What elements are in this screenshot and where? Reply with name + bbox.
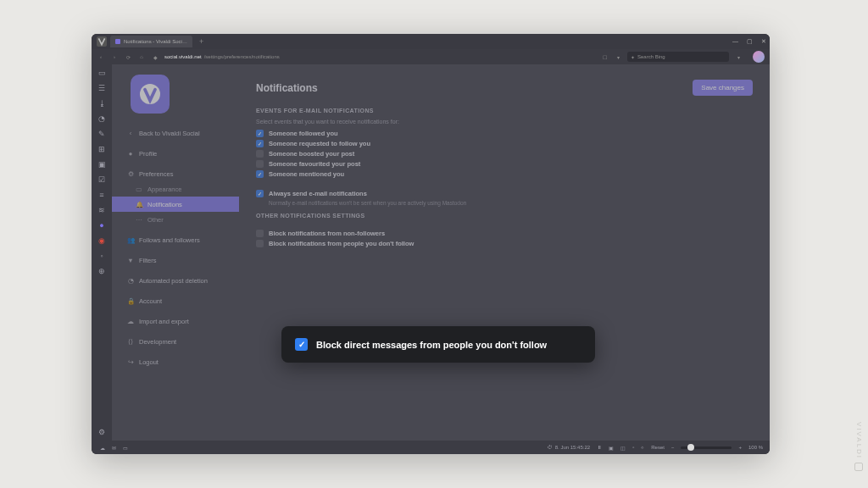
profile-avatar[interactable] <box>753 51 765 63</box>
tab-title: Notifications - Vivaldi Soci… <box>124 39 187 44</box>
checkbox-row-block-nonfollowers[interactable]: Block notifications from non-followers <box>256 230 753 237</box>
checkbox-row-followed[interactable]: Someone followed you <box>256 130 753 137</box>
search-dropdown-icon[interactable]: ▾ <box>734 54 743 60</box>
sidebar-item-label: Automated post deletion <box>139 277 208 285</box>
sidebar-item-preferences[interactable]: ⚙Preferences <box>112 166 239 181</box>
mail-status-icon[interactable]: ✉ <box>112 445 116 451</box>
bell-icon: 🔔 <box>136 201 142 208</box>
sidebar-item-label: Filters <box>139 257 156 264</box>
url-field[interactable]: social.vivaldi.net/settings/preferences/… <box>164 54 280 59</box>
mail-panel-icon[interactable]: ≋ <box>97 205 107 215</box>
chevron-left-icon: ‹ <box>127 130 134 137</box>
maximize-button[interactable]: ▢ <box>747 38 753 45</box>
watermark-logo-icon <box>854 463 863 471</box>
notes-panel-icon[interactable]: ✎ <box>97 129 107 139</box>
tasks-panel-icon[interactable]: ☑ <box>97 175 107 185</box>
break-mode-icon[interactable]: ⏸ <box>597 445 602 450</box>
browser-tab[interactable]: Notifications - Vivaldi Soci… <box>110 36 192 47</box>
sidebar-item-logout[interactable]: ↪Logout <box>112 354 239 369</box>
address-bar: ‹ › ⟳ ⌂ ◆ social.vivaldi.net/settings/pr… <box>92 49 770 64</box>
checkbox-row-requested[interactable]: Someone requested to follow you <box>256 140 753 147</box>
section-title-events: EVENTS FOR E-MAIL NOTIFICATIONS <box>256 108 753 114</box>
bookmarks-panel-icon[interactable]: ▭ <box>97 68 107 78</box>
sidebar-item-appearance[interactable]: ▭Appearance <box>112 181 239 197</box>
window-panel-icon[interactable]: ▣ <box>97 159 107 169</box>
nav-back-button[interactable]: ‹ <box>97 54 105 59</box>
sidebar-item-label: Notifications <box>147 201 182 208</box>
sidebar-item-account[interactable]: 🔒Account <box>112 293 239 308</box>
reload-button[interactable]: ⟳ <box>124 54 132 60</box>
calendar-status-icon[interactable]: ▭ <box>123 445 128 451</box>
checkbox-icon <box>256 170 264 178</box>
history-panel-icon[interactable]: ◔ <box>97 114 107 124</box>
zoom-out-button[interactable]: − <box>671 445 675 450</box>
new-tab-button[interactable]: + <box>196 37 207 46</box>
checkbox-label: Someone followed you <box>269 130 338 137</box>
monitor-icon: ▭ <box>136 186 142 193</box>
checkbox-label: Someone favourited your post <box>269 160 360 168</box>
checkbox-icon <box>256 240 264 247</box>
zoom-in-button[interactable]: + <box>738 445 742 450</box>
sidebar-item-autodelete[interactable]: ◔Automated post deletion <box>112 273 239 288</box>
translate-panel-icon[interactable]: ⊞ <box>97 144 107 154</box>
zoom-slider[interactable] <box>681 446 732 449</box>
clock-display: ⏱ 8. Jun 15:45:22 <box>548 445 590 450</box>
sidebar-item-import-export[interactable]: ☁Import and export <box>112 313 239 329</box>
user-icon: ● <box>127 150 134 158</box>
qr-icon[interactable]: ▾ <box>614 54 622 60</box>
search-engine-field[interactable]: ✦ Search Bing <box>627 52 729 62</box>
checkbox-icon <box>256 160 264 168</box>
sidebar-item-profile[interactable]: ●Profile <box>112 146 239 161</box>
checkbox-icon <box>256 140 264 147</box>
sidebar-item-label: Account <box>139 297 162 305</box>
checkbox-label: Block notifications from people you don'… <box>269 240 414 247</box>
dots-icon: ⋯ <box>136 216 142 224</box>
misc-panel-icon[interactable]: ◦ <box>97 251 107 261</box>
back-link[interactable]: ‹Back to Vivaldi Social <box>112 125 239 141</box>
title-bar: Notifications - Vivaldi Soci… + — ▢ ✕ <box>92 34 770 49</box>
add-panel-icon[interactable]: ⊕ <box>97 266 107 276</box>
tiling-icon[interactable]: ◫ <box>620 445 626 451</box>
sidebar-item-notifications[interactable]: 🔔Notifications <box>112 197 239 212</box>
shield-icon[interactable]: ◆ <box>151 54 159 60</box>
feeds-panel-icon[interactable]: ≡ <box>97 190 107 200</box>
users-icon: 👥 <box>127 236 134 244</box>
back-link-label: Back to Vivaldi Social <box>139 130 200 137</box>
images-toggle-icon[interactable]: ▫ <box>632 445 634 450</box>
close-button[interactable]: ✕ <box>761 38 766 45</box>
page-actions-icon[interactable]: ⟐ <box>641 445 644 450</box>
zoom-level: 100 % <box>748 445 763 450</box>
checkbox-row-always-send[interactable]: Always send e-mail notifications <box>256 190 753 197</box>
nav-forward-button[interactable]: › <box>110 54 119 59</box>
sidebar-item-follows[interactable]: 👥Follows and followers <box>112 232 239 247</box>
callout-label: Block direct messages from people you do… <box>316 340 547 350</box>
minimize-button[interactable]: — <box>732 38 738 45</box>
sidebar-item-label: Other <box>147 216 164 224</box>
checkbox-row-mentioned[interactable]: Someone mentioned you <box>256 170 753 178</box>
mastodon-panel-icon[interactable]: ● <box>97 220 107 230</box>
sync-status-icon[interactable]: ☁ <box>100 445 105 451</box>
sidebar-item-development[interactable]: ⟨⟩Development <box>112 334 239 349</box>
sidebar-item-other[interactable]: ⋯Other <box>112 212 239 227</box>
checkbox-row-block-notfollowing[interactable]: Block notifications from people you don'… <box>256 240 753 247</box>
section-title-other: OTHER NOTIFICATIONS SETTINGS <box>256 213 753 219</box>
callout-checkbox[interactable]: ✓ <box>295 338 308 351</box>
checkbox-row-boosted[interactable]: Someone boosted your post <box>256 150 753 158</box>
vivaldi-menu-icon[interactable] <box>97 36 107 47</box>
cloud-icon: ☁ <box>127 318 134 325</box>
bookmark-icon[interactable]: ☐ <box>600 54 609 60</box>
gear-icon: ⚙ <box>127 170 134 178</box>
vivaldi-panel-icon[interactable]: ◉ <box>97 236 107 246</box>
capture-icon[interactable]: ▣ <box>609 445 614 451</box>
sidebar-item-label: Follows and followers <box>139 236 200 244</box>
reading-list-icon[interactable]: ☰ <box>97 83 107 93</box>
checkbox-row-favourited[interactable]: Someone favourited your post <box>256 160 753 168</box>
browser-body: ▭ ☰ ⭳ ◔ ✎ ⊞ ▣ ☑ ≡ ≋ ● ◉ ◦ ⊕ ⚙ ‹Back to V… <box>92 64 770 441</box>
home-button[interactable]: ⌂ <box>137 54 146 59</box>
downloads-panel-icon[interactable]: ⭳ <box>97 98 107 108</box>
zoom-reset[interactable]: Reset <box>651 445 665 450</box>
save-button[interactable]: Save changes <box>693 80 753 96</box>
settings-panel-icon[interactable]: ⚙ <box>97 427 107 437</box>
sidebar-item-filters[interactable]: ▼Filters <box>112 252 239 268</box>
app-logo <box>131 75 170 114</box>
